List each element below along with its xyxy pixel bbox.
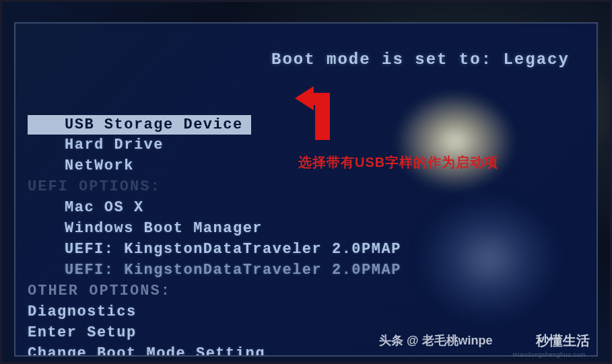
boot-option-usb-storage[interactable]: USB Storage Device bbox=[28, 115, 251, 135]
boot-option-change-boot-mode[interactable]: Change Boot Mode Setting bbox=[28, 343, 584, 357]
annotation-text: 选择带有USB字样的作为启动项 bbox=[298, 153, 498, 172]
watermark-miaodong: 秒懂生活 bbox=[536, 332, 590, 350]
photo-frame: Boot mode is set to: Legacy LEGACY OPTIO… bbox=[0, 0, 612, 364]
boot-menu: LEGACY OPTIONS: USB Storage Device Hard … bbox=[28, 94, 584, 357]
uefi-options-header: UEFI OPTIONS: bbox=[28, 176, 584, 197]
boot-option-mac-osx[interactable]: Mac OS X bbox=[28, 197, 584, 218]
boot-option-uefi-kingston-1[interactable]: UEFI: KingstonDataTraveler 2.0PMAP bbox=[28, 239, 584, 260]
boot-option-hard-drive[interactable]: Hard Drive bbox=[28, 135, 584, 155]
other-options-header: OTHER OPTIONS: bbox=[28, 281, 584, 301]
watermark-toutiao: 头条 @ 老毛桃winpe bbox=[379, 332, 493, 349]
boot-option-uefi-kingston-2[interactable]: UEFI: KingstonDataTraveler 2.0PMAP bbox=[28, 260, 584, 281]
boot-option-diagnostics[interactable]: Diagnostics bbox=[28, 301, 584, 322]
boot-mode-header: Boot mode is set to: Legacy bbox=[271, 50, 570, 69]
boot-option-enter-setup[interactable]: Enter Setup bbox=[28, 322, 584, 343]
watermark-url: miaodongshenghuo.com bbox=[512, 351, 586, 358]
bios-screen: Boot mode is set to: Legacy LEGACY OPTIO… bbox=[14, 22, 598, 357]
boot-option-windows-boot-manager[interactable]: Windows Boot Manager bbox=[28, 218, 584, 239]
